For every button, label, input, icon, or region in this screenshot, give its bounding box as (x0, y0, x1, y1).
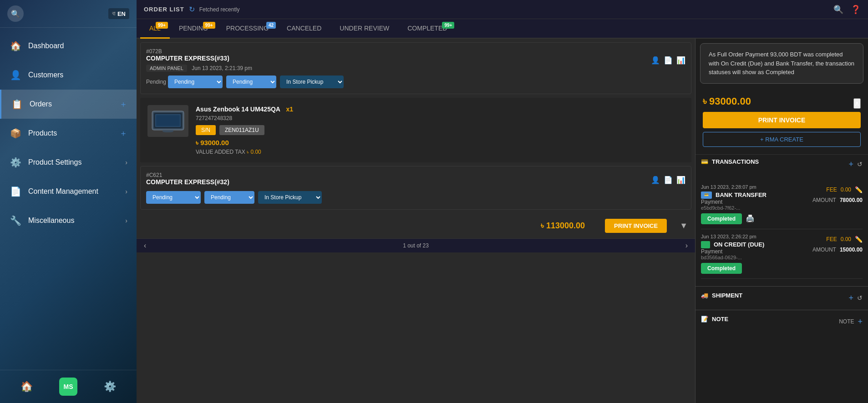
tx1-print-button[interactable]: 🖨️ (746, 214, 755, 223)
tab-processing[interactable]: PROCESSING 42 (217, 19, 278, 39)
avatar[interactable]: MS (59, 378, 77, 396)
lang-en: EN (117, 10, 126, 17)
fetched-status: Fetched recently (199, 6, 240, 13)
refresh-transactions-button[interactable]: ↺ (857, 161, 863, 168)
customers-icon: 👤 (9, 69, 22, 81)
order2-expand-icon[interactable]: ▼ (680, 221, 688, 231)
footer-home-button[interactable]: 🏠 (20, 381, 33, 393)
user2-icon[interactable]: 👤 (651, 176, 660, 184)
note-section-header: 📝 NOTE NOTE + (695, 312, 868, 332)
topbar-right: 🔍 ❓ (833, 5, 861, 15)
product-name-row: Asus Zenbook 14 UM425QA x1 (196, 105, 684, 113)
transactions-section-header: 💳 TRANSACTIONS + ↺ (695, 155, 868, 174)
sidebar-item-content-management[interactable]: 📄 Content Management › (0, 177, 137, 206)
order-selects: Pending Pending Pending In Store Pickup (146, 76, 685, 88)
tooltip-text: As Full Order Payment 93,000 BDT was com… (709, 51, 854, 76)
order-header-1: #072B COMPUTER EXPRESS(#33) ADMIN PANEL … (146, 48, 685, 72)
tab-all[interactable]: ALL 99+ (140, 19, 170, 39)
product-buttons: S/N ZEN011AZ1U (196, 125, 684, 135)
tab-completed[interactable]: COMPLETED 99+ (398, 19, 456, 39)
tx1-ref: e5bd9cbd-7f62-... (701, 205, 812, 211)
tx1-left: Jun 13 2023, 2:28:07 pm 💳 BANK TRANSFER … (701, 184, 812, 224)
tx2-completed-button[interactable]: Completed (701, 263, 742, 274)
status-select[interactable]: Pending (168, 76, 223, 88)
products-icon: 📦 (9, 127, 22, 140)
collapse-button[interactable]: ∧ (853, 98, 861, 109)
sidebar: 🔍 বা EN 🏠 Dashboard 👤 Customers 📋 Orders… (0, 0, 137, 403)
order-source-tag: ADMIN PANEL (146, 65, 187, 72)
page-info: 1 out of 23 (403, 242, 429, 249)
footer-settings-button[interactable]: ⚙️ (104, 381, 116, 393)
tx1-date: Jun 13 2023, 2:28:07 pm (701, 184, 812, 190)
orders-add-icon[interactable]: ＋ (119, 99, 127, 110)
shipment-select[interactable]: In Store Pickup (280, 76, 344, 88)
tx1-edit-button[interactable]: ✏️ (855, 186, 863, 193)
print-invoice-button[interactable]: PRINT INVOICE (703, 112, 861, 128)
tx2-amount-val: 15000.00 (840, 247, 863, 253)
sn-button[interactable]: S/N (196, 125, 216, 135)
help-icon[interactable]: ❓ (851, 5, 861, 15)
payment-select[interactable]: Pending (226, 76, 276, 88)
product-name: Asus Zenbook 14 UM425QA (196, 106, 280, 113)
sidebar-item-products[interactable]: 📦 Products ＋ (0, 119, 137, 148)
rma-create-button[interactable]: + RMA CREATE (703, 132, 861, 147)
add-transaction-button[interactable]: + (848, 160, 853, 169)
svg-rect-4 (162, 130, 173, 131)
refresh-shipment-button[interactable]: ↺ (857, 294, 863, 302)
topbar-left: ORDER LIST ↻ Fetched recently (144, 5, 239, 14)
next-page-button[interactable]: › (685, 242, 688, 250)
tx2-method-name: ON CREDIT (DUE) (714, 241, 764, 248)
prev-page-button[interactable]: ‹ (144, 242, 146, 250)
tx1-type: Payment (701, 199, 812, 205)
sidebar-item-product-settings[interactable]: ⚙️ Product Settings › (0, 148, 137, 177)
tx2-edit-button[interactable]: ✏️ (855, 236, 863, 243)
status-select-wrapper: Pending Pending (146, 76, 223, 88)
user-icon[interactable]: 👤 (651, 56, 660, 65)
product-section: Asus Zenbook 14 UM425QA x1 727247248328 … (140, 98, 691, 162)
tab-under-review[interactable]: UNDER REVIEW (330, 19, 398, 39)
chart-icon[interactable]: 📊 (676, 56, 685, 65)
tab-processing-badge: 42 (266, 22, 276, 29)
tx2-amount-label: AMOUNT (812, 247, 836, 253)
transaction-item-2: Jun 13 2023, 2:26:22 pm ON CREDIT (DUE) … (701, 229, 863, 279)
document2-icon[interactable]: 📄 (664, 176, 673, 184)
product-quantity: x1 (286, 106, 293, 113)
orders-panel: #072B COMPUTER EXPRESS(#33) ADMIN PANEL … (137, 39, 695, 403)
order-card-2: #C621 COMPUTER EXPRESS(#32) 👤 📄 📊 Pendin… (140, 166, 691, 210)
add-shipment-button[interactable]: + (848, 293, 853, 303)
order-tabs: ALL 99+ PENDING 99+ PROCESSING 42 CANCEL… (137, 19, 868, 39)
order-id: #072B (146, 48, 252, 55)
language-switcher[interactable]: বা EN (108, 8, 129, 19)
sidebar-item-miscellaneous[interactable]: 🔧 Miscellaneous › (0, 206, 137, 235)
order-list: #072B COMPUTER EXPRESS(#33) ADMIN PANEL … (137, 39, 868, 403)
tab-pending[interactable]: PENDING 99+ (170, 19, 217, 39)
sidebar-item-dashboard[interactable]: 🏠 Dashboard (0, 31, 137, 60)
sidebar-item-orders[interactable]: 📋 Orders ＋ (0, 90, 137, 119)
tx1-amount-row: AMOUNT 78000.00 (812, 197, 863, 203)
document-icon[interactable]: 📄 (664, 56, 673, 65)
payment2-select[interactable]: Pending (204, 191, 254, 204)
sidebar-search-button[interactable]: 🔍 (7, 5, 24, 22)
add-note-button[interactable]: + (858, 317, 863, 327)
sidebar-item-label: Product Settings (28, 158, 119, 166)
search-icon[interactable]: 🔍 (833, 5, 843, 15)
product-sku: 727247248328 (196, 115, 684, 121)
print-invoice2-button[interactable]: PRINT INVOICE (605, 219, 667, 233)
status2-select[interactable]: Pending (146, 191, 201, 204)
pagination: ‹ 1 out of 23 › (137, 238, 695, 252)
order-date: Jun 13 2023, 2:21:39 pm (192, 65, 252, 71)
chart2-icon[interactable]: 📊 (676, 176, 685, 184)
tab-canceled[interactable]: CANCELED (278, 19, 330, 39)
product-settings-arrow-icon: › (125, 159, 127, 166)
shipment2-select[interactable]: In Store Pickup (258, 191, 322, 204)
tx2-amount-row: AMOUNT 15000.00 (812, 247, 863, 253)
products-add-icon[interactable]: ＋ (119, 128, 127, 139)
tab-under-review-label: UNDER REVIEW (340, 25, 389, 32)
sidebar-footer: 🏠 MS ⚙️ (0, 370, 137, 403)
refresh-button[interactable]: ↻ (189, 5, 195, 14)
tx1-completed-button[interactable]: Completed (701, 213, 742, 224)
tab-pending-badge: 99+ (203, 22, 215, 29)
sidebar-item-label: Customers (28, 71, 127, 79)
sidebar-item-customers[interactable]: 👤 Customers (0, 60, 137, 90)
sku-button[interactable]: ZEN011AZ1U (219, 125, 264, 135)
